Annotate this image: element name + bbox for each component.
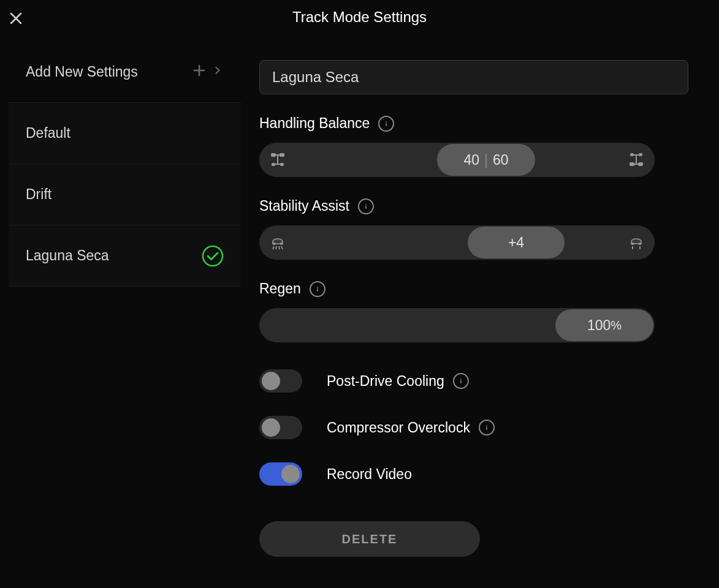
svg-point-21 bbox=[365, 204, 367, 205]
info-icon[interactable] bbox=[358, 198, 374, 214]
handling-balance-slider[interactable]: 40 | 60 bbox=[259, 143, 655, 177]
svg-point-4 bbox=[203, 246, 223, 266]
regen-value: 100 bbox=[587, 317, 611, 334]
hb-rear-value: 60 bbox=[493, 152, 509, 168]
svg-rect-34 bbox=[486, 427, 487, 430]
svg-rect-6 bbox=[386, 123, 387, 126]
sa-value: +4 bbox=[508, 235, 524, 251]
profile-name-input[interactable] bbox=[259, 60, 688, 94]
info-icon[interactable] bbox=[453, 373, 469, 389]
post-drive-cooling-label: Post-Drive Cooling bbox=[327, 373, 444, 390]
info-icon[interactable] bbox=[479, 420, 495, 435]
svg-rect-30 bbox=[317, 288, 318, 291]
svg-point-25 bbox=[632, 243, 634, 245]
svg-point-29 bbox=[317, 287, 318, 288]
compressor-overclock-label: Compressor Overclock bbox=[327, 420, 470, 436]
record-video-toggle[interactable] bbox=[259, 462, 302, 486]
svg-point-5 bbox=[386, 121, 387, 123]
svg-point-31 bbox=[460, 379, 462, 380]
profile-item-drift[interactable]: Drift bbox=[9, 164, 241, 225]
page-title: Track Mode Settings bbox=[0, 0, 719, 26]
svg-point-26 bbox=[639, 243, 641, 245]
svg-point-23 bbox=[273, 243, 275, 245]
regen-slider[interactable]: 100% bbox=[259, 308, 655, 342]
chevron-right-icon bbox=[211, 64, 224, 80]
close-button[interactable] bbox=[9, 11, 26, 28]
rear-bias-icon bbox=[620, 151, 655, 168]
handling-balance-thumb[interactable]: 40 | 60 bbox=[437, 144, 535, 176]
stability-assist-thumb[interactable]: +4 bbox=[468, 227, 565, 258]
post-drive-cooling-toggle[interactable] bbox=[259, 369, 302, 393]
regen-thumb[interactable]: 100% bbox=[555, 309, 653, 341]
add-new-label: Add New Settings bbox=[26, 64, 138, 80]
hb-front-value: 40 bbox=[463, 152, 479, 168]
stability-min-icon bbox=[259, 234, 294, 251]
record-video-label: Record Video bbox=[327, 466, 412, 483]
checkmark-icon bbox=[202, 245, 224, 267]
stability-assist-slider[interactable]: +4 bbox=[259, 225, 655, 260]
profile-item-laguna-seca[interactable]: Laguna Seca bbox=[9, 225, 241, 287]
plus-icon bbox=[192, 63, 207, 81]
regen-label: Regen bbox=[259, 281, 301, 297]
svg-rect-32 bbox=[460, 380, 462, 383]
add-new-settings-button[interactable]: Add New Settings bbox=[9, 42, 241, 103]
profile-label: Drift bbox=[26, 186, 51, 203]
info-icon[interactable] bbox=[310, 281, 325, 297]
stability-assist-label: Stability Assist bbox=[259, 198, 349, 214]
compressor-overclock-toggle[interactable] bbox=[259, 416, 302, 439]
profile-sidebar: Add New Settings Default Drift Laguna Se… bbox=[9, 42, 241, 557]
regen-unit: % bbox=[611, 318, 622, 333]
svg-rect-22 bbox=[365, 205, 367, 208]
info-icon[interactable] bbox=[378, 116, 394, 132]
delete-button[interactable]: DELETE bbox=[259, 521, 480, 557]
profile-label: Default bbox=[26, 125, 70, 141]
stability-max-icon bbox=[620, 234, 655, 251]
profile-item-default[interactable]: Default bbox=[9, 103, 241, 164]
handling-balance-label: Handling Balance bbox=[259, 115, 370, 132]
front-bias-icon bbox=[259, 151, 294, 168]
hb-divider: | bbox=[484, 152, 488, 168]
svg-point-33 bbox=[486, 425, 487, 426]
svg-point-24 bbox=[281, 243, 283, 245]
profile-label: Laguna Seca bbox=[26, 247, 109, 264]
